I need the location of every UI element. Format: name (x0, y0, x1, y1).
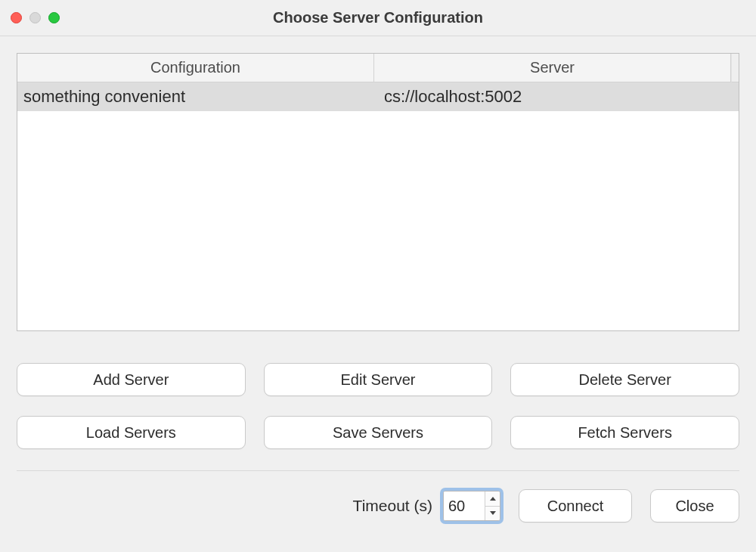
timeout-group: Timeout (s) (353, 491, 500, 521)
close-window-icon[interactable] (11, 12, 22, 23)
delete-server-button[interactable]: Delete Server (510, 363, 739, 396)
save-servers-button[interactable]: Save Servers (264, 416, 493, 449)
timeout-input[interactable] (444, 492, 485, 520)
column-header-server[interactable]: Server (374, 54, 731, 82)
footer: Timeout (s) Connect Close (0, 471, 756, 523)
zoom-window-icon[interactable] (48, 12, 60, 23)
column-header-configuration[interactable]: Configuration (17, 54, 374, 82)
minimize-window-icon (29, 12, 41, 23)
timeout-stepper (485, 492, 500, 520)
fetch-servers-button[interactable]: Fetch Servers (510, 416, 739, 449)
window-title: Choose Server Configuration (0, 9, 756, 26)
content-area: Configuration Server something convenien… (0, 36, 756, 471)
table-header-row: Configuration Server (17, 54, 739, 82)
timeout-label: Timeout (s) (353, 497, 432, 515)
table-body[interactable]: something convenient cs://localhost:5002 (17, 82, 739, 330)
load-servers-button[interactable]: Load Servers (17, 416, 246, 449)
edit-server-button[interactable]: Edit Server (264, 363, 493, 396)
connect-button[interactable]: Connect (519, 489, 632, 523)
table-row[interactable]: something convenient cs://localhost:5002 (17, 82, 739, 111)
close-button[interactable]: Close (650, 489, 739, 523)
cell-configuration: something convenient (17, 82, 378, 111)
stepper-up-icon[interactable] (485, 492, 500, 507)
titlebar: Choose Server Configuration (0, 0, 756, 36)
cell-server: cs://localhost:5002 (378, 82, 739, 111)
server-table: Configuration Server something convenien… (17, 53, 739, 331)
action-button-grid: Add Server Edit Server Delete Server Loa… (17, 363, 739, 449)
add-server-button[interactable]: Add Server (17, 363, 246, 396)
stepper-down-icon[interactable] (485, 507, 500, 521)
scrollbar-gutter (731, 54, 739, 82)
timeout-spinner[interactable] (443, 491, 500, 521)
window-controls (11, 12, 60, 23)
